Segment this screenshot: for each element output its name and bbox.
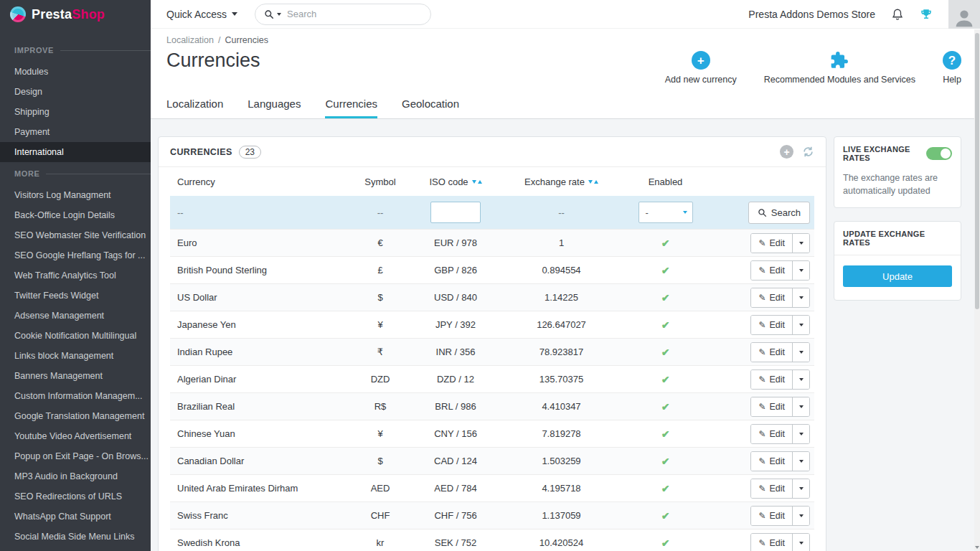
edit-button[interactable]: ✎Edit xyxy=(751,234,792,253)
search-input[interactable] xyxy=(287,9,422,19)
table-row: Algerian Dinar DZD DZD / 12 135.70375 ✔ … xyxy=(170,365,814,392)
sidebar-item-seo-google-hreflang-tags-for[interactable]: SEO Google Hreflang Tags for ... xyxy=(0,245,151,265)
sort-icons[interactable] xyxy=(472,180,482,184)
edit-button[interactable]: ✎Edit xyxy=(751,425,792,443)
enabled-check-icon[interactable]: ✔ xyxy=(661,510,670,522)
currency-iso-code: CNY / 156 xyxy=(413,428,499,439)
edit-dropdown-toggle[interactable] xyxy=(792,507,809,525)
sidebar-item-banners-management[interactable]: Banners Management xyxy=(0,366,151,386)
edit-button[interactable]: ✎Edit xyxy=(751,288,792,307)
sidebar-item-web-traffic-analytics-tool[interactable]: Web Traffic Analytics Tool xyxy=(0,265,151,286)
edit-dropdown-toggle[interactable] xyxy=(792,343,809,362)
edit-dropdown-toggle[interactable] xyxy=(792,534,809,551)
prestashop-logo-icon xyxy=(10,6,26,22)
search-button[interactable]: Search xyxy=(748,202,810,224)
enabled-check-icon[interactable]: ✔ xyxy=(661,237,670,249)
tab-currencies[interactable]: Currencies xyxy=(325,98,377,118)
sidebar-item-custom-information-managem[interactable]: Custom Information Managem... xyxy=(0,386,151,406)
currency-iso-code: INR / 356 xyxy=(413,347,499,357)
sidebar-item-twitter-feeds-widget[interactable]: Twitter Feeds Widget xyxy=(0,286,151,306)
sidebar-item-back-office-login-details[interactable]: Back-Office Login Details xyxy=(0,205,151,225)
edit-dropdown-toggle[interactable] xyxy=(792,425,809,443)
iso-code-filter-input[interactable] xyxy=(430,202,481,223)
add-new-currency-button[interactable]: + Add new currency xyxy=(665,51,737,85)
breadcrumb: Localization / Currencies xyxy=(166,35,961,45)
currency-exchange-rate: 0.894554 xyxy=(499,265,624,276)
sidebar-item-whatsapp-chat-support[interactable]: WhatsApp Chat Support xyxy=(0,507,151,527)
live-rates-toggle[interactable] xyxy=(926,147,952,160)
edit-button[interactable]: ✎Edit xyxy=(751,479,792,498)
notifications-bell-icon[interactable] xyxy=(891,8,904,21)
edit-button[interactable]: ✎Edit xyxy=(751,452,792,471)
currency-symbol: € xyxy=(348,237,413,248)
sidebar-item-shipping[interactable]: Shipping xyxy=(0,102,151,122)
sidebar-item-design[interactable]: Design xyxy=(0,82,151,102)
scrollbar[interactable] xyxy=(974,29,980,551)
edit-button[interactable]: ✎Edit xyxy=(751,397,792,416)
edit-dropdown-toggle[interactable] xyxy=(792,288,809,307)
sidebar-item-payment[interactable]: Payment xyxy=(0,122,151,142)
scrollbar-down-arrow[interactable] xyxy=(974,546,980,549)
prestashop-logo[interactable]: PrestaShop xyxy=(0,0,151,29)
add-icon[interactable]: + xyxy=(780,145,793,159)
enabled-check-icon[interactable]: ✔ xyxy=(661,537,670,549)
edit-button[interactable]: ✎Edit xyxy=(751,261,792,280)
enabled-check-icon[interactable]: ✔ xyxy=(661,319,670,331)
edit-button[interactable]: ✎Edit xyxy=(751,370,792,389)
sidebar-item-google-translation-management[interactable]: Google Translation Management xyxy=(0,406,151,426)
sidebar-item-cookie-notification-multilingual[interactable]: Cookie Notification Multilingual xyxy=(0,326,151,346)
sidebar-item-seo-redirections-of-urls[interactable]: SEO Redirections of URLS xyxy=(0,486,151,507)
edit-dropdown-toggle[interactable] xyxy=(792,234,809,253)
store-name-link[interactable]: Presta Addons Demos Store xyxy=(748,9,875,20)
page-title: Currencies xyxy=(166,50,260,72)
search-scope-dropdown[interactable] xyxy=(264,9,281,19)
scrollbar-thumb[interactable] xyxy=(975,33,979,309)
sort-icons[interactable] xyxy=(588,180,598,184)
sidebar-item-international[interactable]: International xyxy=(0,142,151,162)
currency-exchange-rate: 4.410347 xyxy=(499,401,624,412)
sidebar-item-links-block-management[interactable]: Links block Management xyxy=(0,346,151,366)
edit-button-group: ✎Edit xyxy=(750,288,810,308)
sidebar-item-social-media-side-menu-links[interactable]: Social Media Side Menu Links xyxy=(0,527,151,547)
breadcrumb-localization[interactable]: Localization xyxy=(166,35,214,45)
trophy-icon[interactable] xyxy=(920,8,933,21)
enabled-check-icon[interactable]: ✔ xyxy=(661,347,670,358)
sidebar-item-modules[interactable]: Modules xyxy=(0,62,151,82)
refresh-icon[interactable] xyxy=(802,146,814,158)
enabled-check-icon[interactable]: ✔ xyxy=(661,456,670,467)
sidebar-item-seo-webmaster-site-verification[interactable]: SEO Webmaster Site Verification xyxy=(0,225,151,245)
enabled-check-icon[interactable]: ✔ xyxy=(661,374,670,385)
edit-dropdown-toggle[interactable] xyxy=(792,452,809,471)
avatar[interactable] xyxy=(948,0,980,29)
tab-localization[interactable]: Localization xyxy=(166,98,223,118)
edit-dropdown-toggle[interactable] xyxy=(792,316,809,334)
edit-button[interactable]: ✎Edit xyxy=(751,534,792,551)
recommended-modules-button[interactable]: Recommended Modules and Services xyxy=(764,51,915,85)
enabled-check-icon[interactable]: ✔ xyxy=(661,483,670,494)
edit-dropdown-toggle[interactable] xyxy=(792,370,809,389)
sidebar-item-visitors-log-managment[interactable]: Visitors Log Managment xyxy=(0,185,151,205)
update-button[interactable]: Update xyxy=(843,265,952,287)
enabled-check-icon[interactable]: ✔ xyxy=(661,292,670,303)
quick-access-menu[interactable]: Quick Access xyxy=(166,9,237,20)
edit-button[interactable]: ✎Edit xyxy=(751,507,792,525)
tab-geolocation[interactable]: Geolocation xyxy=(402,98,459,118)
tab-languages[interactable]: Languages xyxy=(248,98,301,118)
edit-dropdown-toggle[interactable] xyxy=(792,479,809,498)
edit-button[interactable]: ✎Edit xyxy=(751,316,792,334)
edit-dropdown-toggle[interactable] xyxy=(792,261,809,280)
table-row: Chinese Yuan ¥ CNY / 156 7.819278 ✔ ✎Edi… xyxy=(170,420,814,447)
currency-name: Swedish Krona xyxy=(170,537,348,548)
enabled-check-icon[interactable]: ✔ xyxy=(661,265,670,276)
help-button[interactable]: ? Help xyxy=(943,51,961,85)
sidebar-item-adsense-management[interactable]: Adsense Management xyxy=(0,306,151,326)
enabled-check-icon[interactable]: ✔ xyxy=(661,401,670,413)
sidebar-item-youtube-video-advertisement[interactable]: Youtube Video Advertisement xyxy=(0,426,151,446)
side-column: LIVE EXCHANGE RATES The exchange rates a… xyxy=(834,136,961,301)
enabled-check-icon[interactable]: ✔ xyxy=(661,428,670,440)
edit-dropdown-toggle[interactable] xyxy=(792,397,809,416)
sidebar-item-popup-on-exit-page-on-brows[interactable]: Popup on Exit Page - On Brows... xyxy=(0,446,151,466)
enabled-filter-select[interactable]: - xyxy=(639,202,693,223)
sidebar-item-mp3-audio-in-background[interactable]: MP3 Audio in Background xyxy=(0,466,151,486)
edit-button[interactable]: ✎Edit xyxy=(751,343,792,362)
